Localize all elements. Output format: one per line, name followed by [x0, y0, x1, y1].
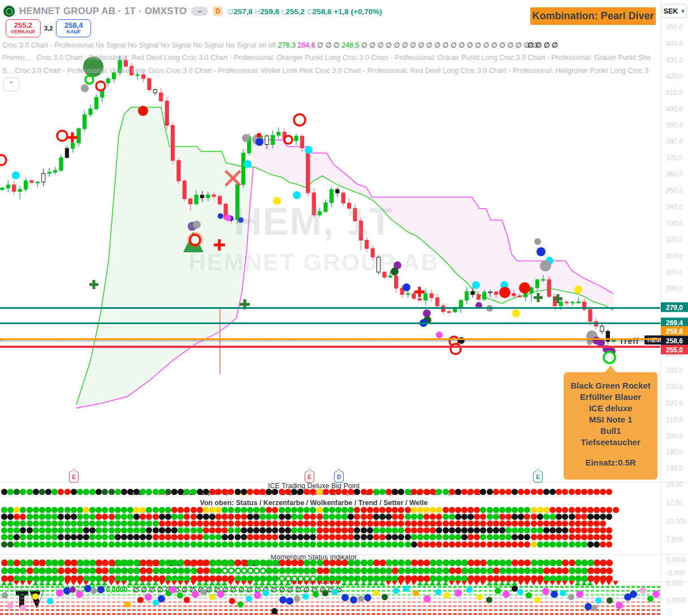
indicator-dot [253, 507, 259, 513]
indicator-dot [45, 534, 51, 540]
indicator-dot [606, 567, 613, 574]
indicator-dot [45, 507, 51, 513]
indicator-dot [228, 534, 234, 540]
indicator-dot [373, 489, 379, 495]
candle-body [535, 280, 539, 288]
event-badge-E[interactable]: E [533, 471, 543, 483]
symbol-title[interactable]: HEMNET GROUP AB · 1T · OMXSTO [19, 6, 187, 17]
dna-dot-cyan [403, 585, 409, 592]
indicator-row-1[interactable]: Croc 3.0 Chart - Professional No Signal … [2, 41, 538, 49]
indicator-dot [140, 489, 146, 495]
level-line-255[interactable] [0, 346, 660, 348]
indicator-dot [77, 520, 83, 527]
indicator-dot [398, 489, 404, 495]
indicator-dot [443, 520, 449, 527]
dna-dot-red [137, 597, 144, 603]
candle-body [388, 276, 392, 277]
callout-line: Black Green Rocket [564, 380, 657, 391]
candle-body [577, 302, 580, 303]
candle-body [212, 195, 215, 197]
pane-separator[interactable] [0, 482, 688, 483]
indicator-dot [480, 541, 486, 548]
indicator-dot [241, 559, 248, 566]
event-badge-E[interactable]: E [69, 471, 79, 483]
triangle-up-icon [127, 581, 133, 585]
visibility-toggle[interactable]: – [191, 7, 208, 16]
indicator-dot [392, 541, 398, 548]
indicator-dot [285, 507, 291, 513]
triangle-down-icon [461, 581, 467, 585]
indicator-dot [518, 489, 524, 495]
interval-badge[interactable]: D [213, 6, 223, 16]
indicator-dot [398, 514, 404, 520]
candle-body [183, 181, 186, 199]
sell-button[interactable]: 255,2 VERKAUF [6, 19, 41, 37]
indicator-dot [83, 489, 89, 495]
indicator-dot [480, 507, 486, 513]
indicator-dot [455, 534, 461, 540]
indicator-dot [109, 534, 115, 540]
indicator-dot [272, 489, 278, 495]
event-badge-E[interactable]: E [305, 471, 314, 483]
indicator-dot [14, 514, 20, 520]
triangle-up-icon [89, 581, 95, 585]
indicator-dot [291, 514, 297, 520]
triangle-down-icon [77, 581, 83, 585]
triangle-down-icon [171, 581, 177, 585]
triangle-up-icon [197, 581, 202, 585]
triangle-down-icon [159, 581, 165, 585]
indicator-dot [367, 520, 373, 527]
indicator-dot [386, 514, 392, 520]
indicator-dot [51, 514, 58, 520]
indicator-dot [71, 567, 77, 574]
triangle-down-icon [386, 581, 391, 585]
indicator-dot [64, 507, 71, 513]
callout-line: ICE deluxe [564, 403, 657, 414]
indicator-dot [317, 559, 323, 566]
indicator-dot [102, 534, 108, 540]
level-line-269.4[interactable] [0, 322, 660, 324]
indicator-row-3[interactable]: S... Croc 3.0 Chart - Professional: Wolk… [2, 67, 648, 75]
pane-separator[interactable] [0, 554, 688, 555]
indicator-dot [600, 541, 606, 548]
collapse-legend-button[interactable]: ⌃ [3, 77, 19, 91]
axis-tick: 290,0 [666, 285, 683, 292]
indicator-dot [178, 520, 184, 527]
kombination-label-box[interactable]: Kombination: Pearl Diver [530, 7, 656, 25]
signal-callout[interactable]: Black Green RocketErfüllter BlauerICE de… [564, 372, 657, 480]
dna-dot-black [512, 585, 518, 592]
indicator-dot [109, 489, 115, 495]
indicator-dot [184, 489, 190, 495]
indicator-dot [304, 534, 310, 540]
indicator-dot [146, 541, 152, 548]
indicator-dot [64, 520, 71, 527]
currency-selector[interactable]: SEK▼ [662, 4, 687, 18]
indicator-dot [310, 567, 317, 574]
event-badge-D[interactable]: D [334, 471, 344, 483]
triangle-up-icon [266, 581, 271, 585]
candle-body [12, 185, 16, 191]
indicator-dot [487, 507, 493, 513]
marker-circle [436, 331, 443, 338]
indicator-dot [543, 489, 549, 495]
indicator-dot [449, 567, 456, 574]
indicator-dot [423, 527, 430, 533]
indicator-dot [487, 567, 494, 574]
indicator-dot [197, 520, 203, 527]
indicator-dot [83, 541, 89, 548]
indicator-dot [184, 507, 190, 513]
indicator-dot [430, 534, 436, 540]
buy-button[interactable]: 258,4 KAUF [56, 19, 91, 37]
level-line-259.8[interactable] [0, 338, 660, 340]
indicator-dot [606, 489, 612, 495]
level-line-279[interactable] [0, 307, 660, 309]
indicator-dot [449, 520, 455, 527]
indicator-dot [222, 514, 228, 520]
indicator-dot [505, 527, 512, 533]
dna-dot-cyan [302, 593, 309, 600]
indicator-row-2[interactable]: Premiu... Croc 3.0 Chart - Professional:… [2, 54, 651, 62]
triangle-up-icon [367, 581, 373, 585]
axis-tick: 380,0 [666, 137, 683, 145]
level-line-258.6[interactable] [0, 341, 660, 341]
indicator-dot [1, 489, 7, 495]
